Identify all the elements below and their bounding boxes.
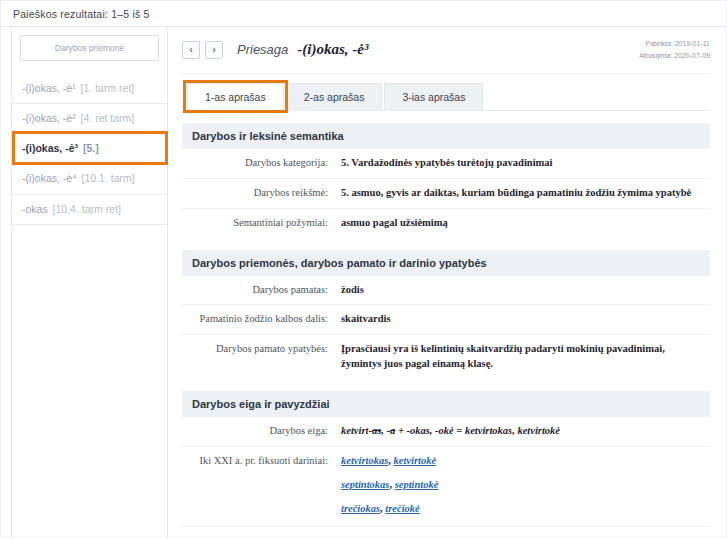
section-header: Darybos priemonės, darybos pamato ir dar… — [182, 250, 710, 276]
section-formation: Darybos priemonės, darybos pamato ir dar… — [182, 250, 710, 380]
data-row: Semantiniai požymiai: asmuo pagal užsiėm… — [182, 209, 710, 238]
page-body: -(i)okas, -ė¹ [1. tarm ret] -(i)okas, -ė… — [1, 27, 726, 537]
data-row: Pamatinio žodžio kalbos dalis: skaitvard… — [182, 305, 710, 335]
result-item-2[interactable]: -(i)okas, -ė² [4. ret tarm] — [12, 104, 167, 134]
result-item-label: -(i)okas, -ė² — [22, 112, 76, 124]
results-sidebar: -(i)okas, -ė¹ [1. tarm ret] -(i)okas, -ė… — [11, 27, 168, 537]
derivative-pair: trečiokas, trečiokė — [341, 502, 702, 517]
result-item-3-selected[interactable]: -(i)okas, -ė³ [5.] — [12, 134, 167, 164]
detail-panel: ‹ › Priesaga -(i)okas, -ė³ Pateikta: 201… — [168, 27, 726, 537]
result-item-4[interactable]: -(i)okas, -ė⁴ [10.1. tarm] — [12, 164, 167, 194]
result-item-tag: [4. ret tarm] — [81, 112, 135, 124]
title-prefix: Priesaga — [237, 42, 288, 57]
data-row: Darybos reikšmė: 5. asmuo, gyvis ar daik… — [182, 179, 710, 209]
row-label: Darybos kategorija: — [190, 156, 328, 171]
tab-aprasas-2[interactable]: 2-as aprašas — [286, 83, 383, 111]
result-item-label: -(i)okas, -ė³ — [22, 142, 78, 154]
filter-wrap — [12, 35, 167, 61]
data-row: Darybos eiga: ketvirt-as, -a + -okas, -o… — [182, 417, 710, 447]
row-value: asmuo pagal užsiėmimą — [341, 216, 710, 231]
section-semantics: Darybos ir leksinė semantika Darybos kat… — [182, 123, 710, 238]
tab-content: Darybos ir leksinė semantika Darybos kat… — [182, 111, 710, 537]
row-label: Darybos pamato ypatybės: — [190, 342, 328, 372]
detail-header: ‹ › Priesaga -(i)okas, -ė³ Pateikta: 201… — [182, 33, 710, 74]
derivative-link[interactable]: ketvirtokė — [394, 455, 437, 466]
formula-part: + -okas, -okė = ketvirtokas, ketvirtokė — [395, 425, 560, 436]
section-process: Darybos eiga ir pavyzdžiai Darybos eiga:… — [182, 391, 710, 527]
tab-label: 3-ias aprašas — [402, 91, 465, 103]
row-value: skaitvardis — [341, 312, 710, 327]
row-label: Semantiniai požymiai: — [190, 216, 328, 231]
description-tabs: 1-as aprašas 2-as aprašas 3-ias aprašas — [182, 83, 710, 111]
section-header: Darybos eiga ir pavyzdžiai — [182, 391, 710, 417]
result-item-tag: [10.1. tarm] — [82, 172, 135, 184]
section-header: Darybos ir leksinė semantika — [182, 123, 710, 149]
derivation-formula: ketvirt-as, -a + -okas, -okė = ketvirtok… — [341, 424, 710, 439]
app-window: Paieškos rezultatai: 1–5 iš 5 -(i)okas, … — [0, 0, 727, 538]
row-value: Įprasčiausi yra iš kelintinių skaitvardž… — [341, 342, 710, 372]
title-term: -(i)okas, -ė³ — [297, 41, 368, 58]
tab-aprasas-3[interactable]: 3-ias aprašas — [384, 83, 483, 111]
record-dates: Pateikta: 2019-01-11 Atnaujinta: 2020-07… — [639, 38, 710, 62]
result-item-tag: [5.] — [83, 142, 99, 154]
date-submitted: Pateikta: 2019-01-11 — [639, 38, 710, 50]
derivative-link[interactable]: ketvirtokas — [341, 455, 388, 466]
row-value: 5. asmuo, gyvis ar daiktas, kuriam būdin… — [341, 186, 710, 201]
row-value: 5. Vardažodinės ypatybės turėtojų pavadi… — [341, 156, 710, 171]
derivative-link[interactable]: trečiokė — [385, 503, 419, 514]
filter-input[interactable] — [20, 35, 159, 61]
formula-part: , - — [381, 425, 390, 436]
result-item-label: -okas — [22, 203, 48, 215]
tab-label: 2-as aprašas — [304, 91, 365, 103]
result-item-1[interactable]: -(i)okas, -ė¹ [1. tarm ret] — [12, 74, 167, 104]
data-row: Darybos pamato ypatybės: Įprasčiausi yra… — [182, 335, 710, 379]
tab-aprasas-1[interactable]: 1-as aprašas — [187, 83, 284, 111]
prev-result-button[interactable]: ‹ — [182, 41, 200, 59]
date-updated: Atnaujinta: 2020-07-09 — [639, 50, 710, 62]
row-label: Darybos eiga: — [190, 424, 328, 439]
row-label: Iki XXI a. pr. fiksuoti dariniai: — [190, 454, 328, 519]
row-label: Darybos reikšmė: — [190, 186, 328, 201]
row-label: Darybos pamatas: — [190, 283, 328, 298]
data-row: Darybos pamatas: žodis — [182, 276, 710, 306]
derivative-link[interactable]: septintokė — [395, 479, 439, 490]
result-item-tag: [1. tarm ret] — [81, 82, 135, 94]
next-result-button[interactable]: › — [205, 41, 223, 59]
search-results-bar: Paieškos rezultatai: 1–5 iš 5 — [1, 1, 726, 27]
derivative-pair: ketvirtokas, ketvirtokė — [341, 454, 702, 469]
results-list: -(i)okas, -ė¹ [1. tarm ret] -(i)okas, -ė… — [12, 74, 167, 225]
formula-part: ketvirt- — [341, 425, 372, 436]
result-item-tag: [10.4. tarm ret] — [53, 203, 121, 215]
result-item-5[interactable]: -okas [10.4. tarm ret] — [12, 195, 167, 225]
formula-part-struck: as — [372, 425, 381, 436]
data-row: Darybos kategorija: 5. Vardažodinės ypat… — [182, 149, 710, 179]
derivative-pair: septintokas, septintokė — [341, 478, 702, 493]
row-value: žodis — [341, 283, 710, 298]
result-item-label: -(i)okas, -ė¹ — [22, 82, 76, 94]
row-label: Pamatinio žodžio kalbos dalis: — [190, 312, 328, 327]
derivative-link[interactable]: trečiokas — [341, 503, 380, 514]
derivative-link[interactable]: septintokas — [341, 479, 389, 490]
tab-label: 1-as aprašas — [205, 91, 266, 103]
result-item-label: -(i)okas, -ė⁴ — [22, 172, 77, 184]
derivatives-list: ketvirtokas, ketvirtokė septintokas, sep… — [341, 454, 710, 519]
search-results-count: Paieškos rezultatai: 1–5 iš 5 — [13, 8, 150, 20]
data-row: Iki XXI a. pr. fiksuoti dariniai: ketvir… — [182, 447, 710, 527]
page-title: Priesaga -(i)okas, -ė³ — [237, 41, 368, 58]
